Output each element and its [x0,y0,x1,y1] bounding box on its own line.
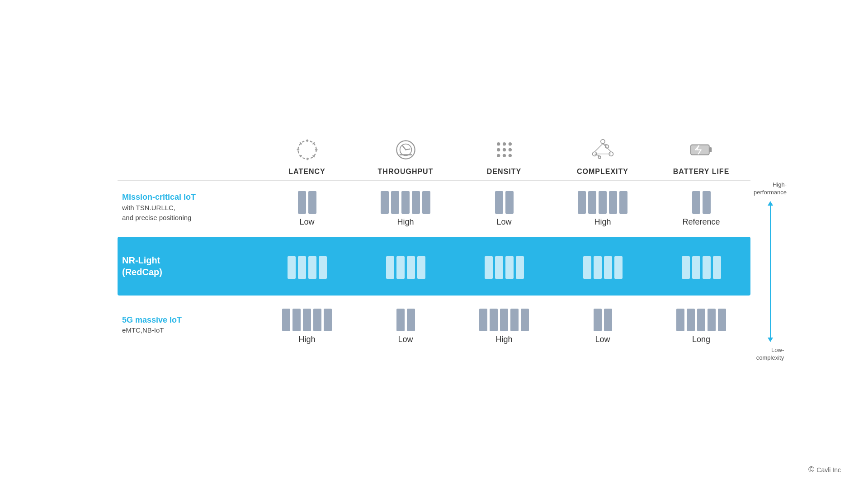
bar [298,191,306,214]
bar [313,309,321,331]
bars-mc-density [495,189,514,214]
cell-5g-latency: High [258,306,356,344]
col-header-throughput: THROUGHPUT [356,136,455,176]
cell-nr-latency [258,254,356,279]
cell-mc-battery: Reference [652,189,750,227]
bars-5g-throughput [396,306,415,331]
arrow-down-icon [768,338,773,342]
complexity-icon [590,136,615,163]
bar [718,309,726,331]
cell-value-mc-battery: Reference [682,217,720,227]
bar [422,191,430,214]
bar [485,256,493,279]
density-icon [492,136,517,163]
throughput-icon [393,136,418,163]
svg-rect-34 [709,147,712,152]
latency-icon [295,136,320,163]
cell-nr-battery [652,254,750,279]
row-label-primary-5g: 5G massive IoT [122,315,258,325]
bar [578,191,586,214]
bar [604,256,612,279]
bar [588,191,596,214]
bar [324,309,332,331]
svg-line-12 [406,149,410,150]
arrow-label-top: High-performance [754,181,787,197]
col-header-complexity: COMPLEXITY [553,136,652,176]
row-5g-massive: 5G massive IoT eMTC,NB-IoT High [118,298,750,352]
bars-nr-latency [288,254,327,279]
bar [697,309,705,331]
bar [594,309,602,331]
arrow-line [770,206,771,338]
row-label-secondary-mc: with TSN.URLLC,and precise positioning [122,203,258,223]
bar [703,256,711,279]
bar [396,309,405,331]
col-header-battery: BATTERY LIFE [652,136,750,176]
bar [381,191,389,214]
bar [490,309,498,331]
table-wrapper: LATENCY THROUGHPUT [118,136,750,352]
row-label-nr-light: NR-Light(RedCap) [118,254,258,278]
bar [292,309,301,331]
cell-value-mc-density: Low [496,217,511,227]
svg-point-15 [502,142,505,145]
bars-mc-complexity [578,189,627,214]
arrow-label-bottom: Low-complexity [756,347,784,362]
bar [412,191,420,214]
bar [479,309,487,331]
bar [692,256,700,279]
cell-5g-density: High [455,306,553,344]
col-header-latency: LATENCY [258,136,356,176]
copyright: © Cavli Inc [808,465,841,474]
col-header-density: DENSITY [455,136,553,176]
cell-mc-latency: Low [258,189,356,227]
side-arrow: High-performance Low-complexity [754,181,787,362]
bar [510,309,519,331]
bar [495,256,503,279]
svg-point-20 [497,154,500,157]
col-title-throughput: THROUGHPUT [378,168,434,176]
bar [521,309,529,331]
row-label-primary-nr: NR-Light(RedCap) [122,254,258,278]
cell-value-5g-latency: High [298,335,315,344]
bar [599,191,607,214]
bars-mc-throughput [381,189,430,214]
col-title-latency: LATENCY [288,168,325,176]
bar [703,191,711,214]
cell-nr-throughput [356,254,455,279]
cell-value-5g-density: High [495,335,512,344]
cell-mc-complexity: High [553,189,652,227]
bar [407,309,415,331]
row-label-mission-critical: Mission-critical IoT with TSN.URLLC,and … [118,192,258,223]
bar [401,191,410,214]
bar [417,256,425,279]
cell-value-mc-throughput: High [397,217,414,227]
bar [288,256,296,279]
bar [708,309,716,331]
svg-point-27 [598,156,601,159]
bar [282,309,290,331]
bar [303,309,311,331]
bar [692,191,700,214]
bar [614,256,623,279]
bar [495,191,503,214]
bar [619,191,627,214]
bar [319,256,327,279]
bar [308,191,316,214]
svg-line-11 [402,145,406,150]
bars-5g-battery [676,306,726,331]
cell-value-5g-throughput: Low [398,335,413,344]
row-mission-critical: Mission-critical IoT with TSN.URLLC,and … [118,180,750,235]
bar [583,256,591,279]
cell-value-5g-battery: Long [692,335,710,344]
cell-value-5g-complexity: Low [595,335,610,344]
bar [516,256,524,279]
svg-point-17 [497,148,500,151]
bars-5g-latency [282,306,332,331]
bar [604,309,612,331]
bar [407,256,415,279]
copyright-symbol: © [808,465,814,474]
svg-point-22 [508,154,511,157]
cell-5g-throughput: Low [356,306,455,344]
battery-icon [689,136,714,163]
